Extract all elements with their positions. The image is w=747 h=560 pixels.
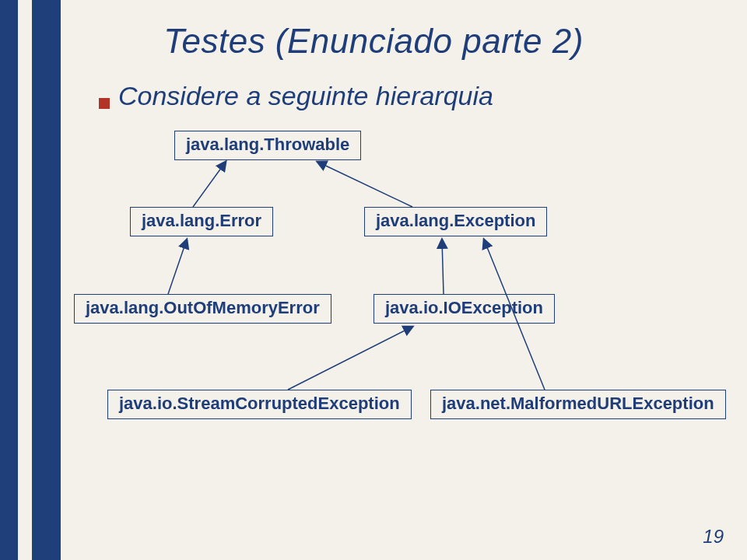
slide: Testes (Enunciado parte 2) Considere a s… (0, 0, 747, 560)
svg-line-2 (168, 240, 187, 294)
svg-line-3 (442, 240, 444, 294)
page-number: 19 (703, 526, 724, 548)
node-outofmemoryerror: java.lang.OutOfMemoryError (74, 294, 331, 324)
node-exception: java.lang.Exception (364, 207, 547, 236)
node-throwable: java.lang.Throwable (174, 131, 361, 160)
svg-line-1 (317, 162, 412, 207)
bullet-icon (99, 98, 110, 109)
slide-title: Testes (Enunciado parte 2) (0, 22, 747, 61)
node-error: java.lang.Error (130, 207, 273, 236)
node-ioexception: java.io.IOException (374, 294, 555, 324)
svg-line-0 (193, 162, 226, 207)
left-decorative-bar (0, 0, 61, 560)
svg-line-5 (288, 327, 412, 390)
node-malformedurlexception: java.net.MalformedURLException (430, 390, 726, 419)
node-streamcorruptedexception: java.io.StreamCorruptedException (107, 390, 412, 419)
intro-text: Considere a seguinte hierarquia (118, 81, 493, 111)
